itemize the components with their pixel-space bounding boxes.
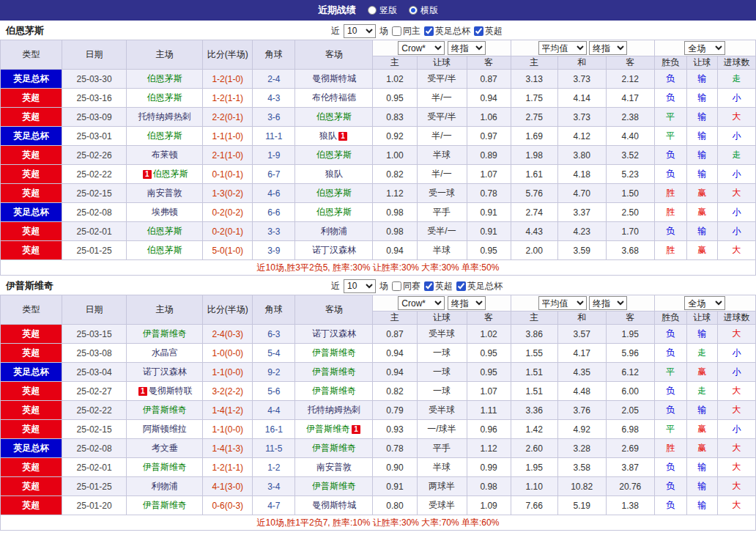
league-badge: 英超 <box>1 222 62 241</box>
result-handicap: 输 <box>686 165 717 184</box>
euro-final-odds-select[interactable]: 终指 <box>589 296 627 310</box>
result-goals: 大 <box>717 325 755 344</box>
filter-same-home[interactable]: 同主 <box>392 25 420 37</box>
team-link[interactable]: 诺丁汉森林 <box>143 366 187 377</box>
euro-odds-controls: 平均值 终指 <box>511 295 654 312</box>
layout-vertical-option[interactable]: 竖版 <box>368 4 397 17</box>
match-count-select[interactable]: 10 <box>344 279 376 293</box>
team-link[interactable]: 托特纳姆热刺 <box>138 111 191 122</box>
euro-average-select[interactable]: 平均值 <box>538 41 587 55</box>
col-asian-line: 让球 <box>417 312 467 325</box>
team-link[interactable]: 伊普斯维奇 <box>312 386 356 396</box>
team-link[interactable]: 托特纳姆热刺 <box>308 405 360 415</box>
horizontal-radio-icon[interactable] <box>409 6 418 15</box>
match-row: 英足总杯 25-03-30 伯恩茅斯 1-2(1-0) 2-4 曼彻斯特城 1.… <box>1 70 756 89</box>
team-link[interactable]: 利物浦 <box>152 481 178 491</box>
team-link[interactable]: 狼队 <box>325 169 343 179</box>
same-home-checkbox[interactable] <box>392 26 401 36</box>
team-link[interactable]: 伯恩茅斯 <box>316 150 352 160</box>
corners-score: 3-6 <box>253 108 295 127</box>
team-link[interactable]: 伊普斯维奇 <box>312 347 356 358</box>
result-goals: 大 <box>717 401 755 420</box>
team-link[interactable]: 伊普斯维奇 <box>143 500 187 510</box>
league-badge: 英足总杯 <box>1 363 62 382</box>
result-outcome: 负 <box>654 344 686 363</box>
team-link[interactable]: 伊普斯维奇 <box>312 366 356 377</box>
team-link[interactable]: 利物浦 <box>321 226 347 236</box>
vertical-radio-icon[interactable] <box>368 6 377 15</box>
match-row: 英超 25-03-08 水晶宫 1-0(0-0) 5-4 伊普斯维奇 0.94 … <box>1 344 756 363</box>
asian-handicap-line: 平手 <box>417 439 467 458</box>
fa-cup-checkbox[interactable] <box>456 281 466 291</box>
filter-premier-league[interactable]: 英超 <box>474 25 503 37</box>
asian-away-odds: 0.95 <box>467 344 511 363</box>
result-outcome: 负 <box>654 401 686 420</box>
odds-company-select[interactable]: Crow* <box>398 41 445 55</box>
scope-select[interactable]: 全场 <box>684 41 725 55</box>
league-badge: 英超 <box>1 325 62 344</box>
team-link[interactable]: 伯恩茅斯 <box>316 111 352 122</box>
euro-home-odds: 3.36 <box>511 401 557 420</box>
team-link[interactable]: 考文垂 <box>152 443 178 453</box>
filter-premier-league[interactable]: 英超 <box>424 280 453 292</box>
result-outcome: 平 <box>654 420 686 439</box>
premier-league-checkbox[interactable] <box>424 281 434 291</box>
match-row: 英超 25-03-09 托特纳姆热刺 2-2(0-1) 3-6 伯恩茅斯 0.8… <box>1 108 756 127</box>
same-competition-checkbox[interactable] <box>392 281 401 291</box>
team-link[interactable]: 埃弗顿 <box>152 207 178 217</box>
team-link[interactable]: 伊普斯维奇 <box>312 443 356 453</box>
filter-fa-cup[interactable]: 英足总杯 <box>456 280 503 292</box>
col-euro-home: 主 <box>511 56 557 70</box>
euro-draw-odds: 3.59 <box>557 241 606 260</box>
asian-final-odds-select[interactable]: 终指 <box>448 296 486 310</box>
team-link[interactable]: 狼队 <box>319 130 337 141</box>
team-link[interactable]: 伊普斯维奇 <box>143 462 187 472</box>
team-link[interactable]: 南安普敦 <box>316 462 352 472</box>
fa-cup-checkbox[interactable] <box>424 26 434 36</box>
team-link[interactable]: 伯恩茅斯 <box>147 92 182 103</box>
team-link[interactable]: 伊普斯维奇 <box>143 405 187 415</box>
team-link[interactable]: 诺丁汉森林 <box>312 245 356 255</box>
team-link[interactable]: 伯恩茅斯 <box>147 130 182 141</box>
team-link[interactable]: 布伦特福德 <box>312 92 356 103</box>
team-link[interactable]: 曼彻斯特城 <box>312 73 356 84</box>
team-link[interactable]: 伊普斯维奇 <box>306 424 350 434</box>
team-link[interactable]: 南安普敦 <box>147 188 182 198</box>
layout-horizontal-option[interactable]: 横版 <box>409 4 438 17</box>
team-link[interactable]: 诺丁汉森林 <box>312 328 356 339</box>
team-link[interactable]: 伯恩茅斯 <box>316 188 352 198</box>
league-badge: 英超 <box>1 241 62 260</box>
home-team-cell: 伊普斯维奇 <box>127 458 203 477</box>
euro-away-odds: 2.12 <box>606 70 654 89</box>
team-link[interactable]: 伯恩茅斯 <box>147 245 182 255</box>
filter-same-competition[interactable]: 同赛 <box>392 280 420 292</box>
result-goals: 走 <box>717 146 755 165</box>
match-score: 2-4(0-3) <box>203 325 253 344</box>
euro-average-select[interactable]: 平均值 <box>538 296 587 310</box>
match-count-select[interactable]: 10 <box>344 24 376 38</box>
result-outcome: 胜 <box>654 184 686 203</box>
scope-select[interactable]: 全场 <box>684 296 725 310</box>
asian-final-odds-select[interactable]: 终指 <box>448 41 486 55</box>
team-link[interactable]: 水晶宫 <box>152 347 178 358</box>
team-link[interactable]: 伯恩茅斯 <box>147 226 182 236</box>
col-euro-away: 客 <box>606 56 654 70</box>
team-link[interactable]: 曼彻斯特城 <box>312 500 356 510</box>
team-link[interactable]: 伊普斯维奇 <box>312 481 356 491</box>
team-link[interactable]: 伊普斯维奇 <box>143 328 187 339</box>
team-link[interactable]: 曼彻斯特联 <box>149 386 193 396</box>
team-link[interactable]: 阿斯顿维拉 <box>143 424 187 434</box>
team-link[interactable]: 伯恩茅斯 <box>316 207 352 217</box>
asian-handicap-line: 受球半 <box>417 496 467 515</box>
filter-fa-cup[interactable]: 英足总杯 <box>424 25 470 37</box>
home-team-cell: 伊普斯维奇 <box>127 496 203 515</box>
premier-league-checkbox[interactable] <box>474 26 483 36</box>
euro-final-odds-select[interactable]: 终指 <box>589 41 627 55</box>
match-score: 0-2(0-2) <box>203 203 253 222</box>
euro-home-odds: 3.13 <box>511 70 557 89</box>
team-link[interactable]: 布莱顿 <box>152 150 178 160</box>
result-handicap: 赢 <box>686 184 717 203</box>
odds-company-select[interactable]: Crow* <box>398 296 445 310</box>
team-link[interactable]: 伯恩茅斯 <box>147 73 182 84</box>
team-link[interactable]: 伯恩茅斯 <box>153 169 188 179</box>
